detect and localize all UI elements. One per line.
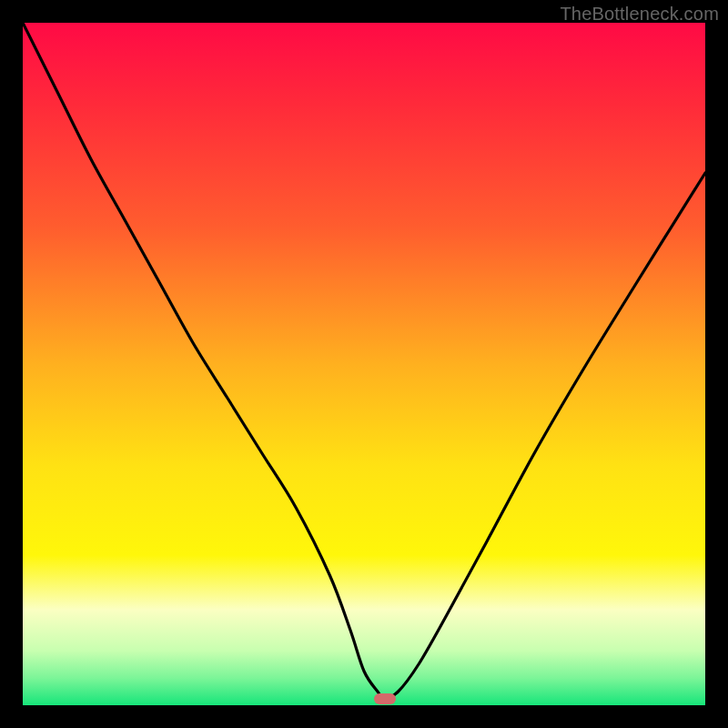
- gradient-background: [23, 23, 705, 705]
- minimum-marker: [374, 693, 396, 704]
- attribution-label: TheBottleneck.com: [560, 4, 719, 25]
- chart-stage: TheBottleneck.com: [0, 0, 728, 728]
- plot-area: [23, 23, 705, 705]
- chart-svg: [23, 23, 705, 705]
